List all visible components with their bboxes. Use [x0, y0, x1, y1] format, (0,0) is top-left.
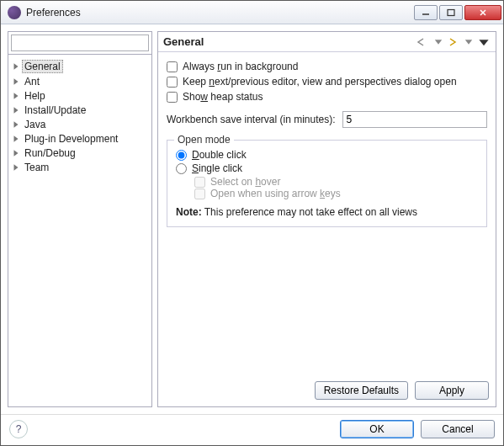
- tree-item-team[interactable]: Team: [10, 161, 150, 174]
- checkbox-input[interactable]: [167, 77, 178, 88]
- left-panel: General Ant Help Install/Update Java Plu…: [8, 31, 152, 407]
- checkbox-label: Select on hover: [210, 176, 280, 188]
- tree-item-install-update[interactable]: Install/Update: [10, 104, 150, 117]
- expand-icon[interactable]: [12, 135, 20, 143]
- expand-icon[interactable]: [12, 163, 20, 172]
- restore-defaults-button[interactable]: Restore Defaults: [315, 381, 408, 400]
- checkbox-label: Open when using arrow keys: [210, 188, 341, 199]
- radio-single-click[interactable]: Single click: [176, 162, 478, 174]
- cancel-button[interactable]: Cancel: [421, 420, 495, 438]
- tree-item-run-debug[interactable]: Run/Debug: [10, 146, 150, 160]
- checkbox-input[interactable]: [167, 92, 178, 103]
- checkbox-keep-editor[interactable]: Keep next/previous editor, view and pers…: [167, 76, 487, 88]
- save-interval-label: Workbench save interval (in minutes):: [167, 114, 336, 125]
- checkbox-label: Always run in background: [183, 61, 298, 72]
- tree-item-general[interactable]: General: [10, 59, 150, 74]
- page-header: General: [158, 32, 496, 52]
- radio-input[interactable]: [176, 163, 187, 174]
- open-mode-note: Note: This preference may not take effec…: [176, 206, 478, 218]
- ok-button[interactable]: OK: [340, 420, 414, 438]
- apply-button[interactable]: Apply: [415, 381, 489, 400]
- checkbox-input[interactable]: [167, 61, 178, 72]
- save-interval-input[interactable]: [342, 111, 487, 128]
- tree-item-pde[interactable]: Plug-in Development: [10, 132, 150, 146]
- checkbox-label: Keep next/previous editor, view and pers…: [183, 76, 457, 88]
- nav-forward-menu-icon[interactable]: [462, 36, 475, 48]
- nav-back-menu-icon[interactable]: [432, 36, 445, 48]
- tree-item-help[interactable]: Help: [10, 89, 150, 103]
- page-button-row: Restore Defaults Apply: [158, 374, 496, 406]
- tree-label: Ant: [22, 76, 42, 88]
- checkbox-select-on-hover: Select on hover: [194, 176, 478, 188]
- window-title: Preferences: [26, 7, 414, 19]
- tree-label: Team: [22, 162, 51, 173]
- expand-icon[interactable]: [12, 77, 20, 86]
- tree-label: General: [22, 60, 63, 73]
- tree-label: Plug-in Development: [22, 133, 120, 145]
- filter-input[interactable]: [11, 35, 149, 51]
- app-icon: [8, 6, 21, 19]
- window-buttons: [414, 5, 501, 20]
- tree-item-ant[interactable]: Ant: [10, 75, 150, 88]
- tree-label: Run/Debug: [22, 147, 78, 159]
- help-button[interactable]: ?: [9, 420, 28, 438]
- view-menu-icon[interactable]: [477, 36, 491, 48]
- expand-icon[interactable]: [12, 120, 20, 129]
- tree-item-java[interactable]: Java: [10, 118, 150, 131]
- open-mode-group: Open mode Double click Single click Sele…: [167, 140, 487, 227]
- expand-icon[interactable]: [12, 62, 20, 71]
- right-panel: General Always run in background Keep ne…: [157, 31, 496, 407]
- tree-label: Help: [22, 90, 48, 102]
- checkbox-label: Show heap status: [183, 91, 263, 103]
- checkbox-heap-status[interactable]: Show heap status: [167, 91, 487, 103]
- tree-label: Install/Update: [22, 104, 88, 116]
- group-legend: Open mode: [174, 134, 234, 146]
- save-interval-row: Workbench save interval (in minutes):: [167, 111, 487, 128]
- maximize-button[interactable]: [439, 5, 463, 20]
- dialog-footer: ? OK Cancel: [1, 414, 503, 445]
- nav-back-icon[interactable]: [416, 36, 430, 48]
- dialog-button-row: OK Cancel: [340, 420, 495, 438]
- expand-icon[interactable]: [12, 149, 20, 157]
- checkbox-always-run-bg[interactable]: Always run in background: [167, 61, 487, 72]
- expand-icon[interactable]: [12, 92, 20, 100]
- minimize-button[interactable]: [414, 5, 438, 20]
- page-title: General: [163, 35, 415, 48]
- radio-input[interactable]: [176, 150, 187, 161]
- svg-rect-0: [448, 9, 454, 15]
- checkbox-open-arrow-keys: Open when using arrow keys: [194, 188, 478, 199]
- titlebar: Preferences: [1, 1, 503, 24]
- nav-forward-icon[interactable]: [447, 36, 460, 48]
- close-button[interactable]: [464, 5, 501, 20]
- checkbox-input: [194, 188, 205, 199]
- checkbox-input: [194, 177, 205, 188]
- radio-double-click[interactable]: Double click: [176, 149, 478, 161]
- page-content: Always run in background Keep next/previ…: [158, 52, 496, 374]
- tree-label: Java: [22, 119, 48, 130]
- expand-icon[interactable]: [12, 106, 20, 114]
- preference-tree[interactable]: General Ant Help Install/Update Java Plu…: [8, 55, 151, 406]
- radio-label: Double click: [192, 149, 247, 161]
- filter-box: [8, 32, 151, 55]
- radio-label: Single click: [192, 162, 242, 174]
